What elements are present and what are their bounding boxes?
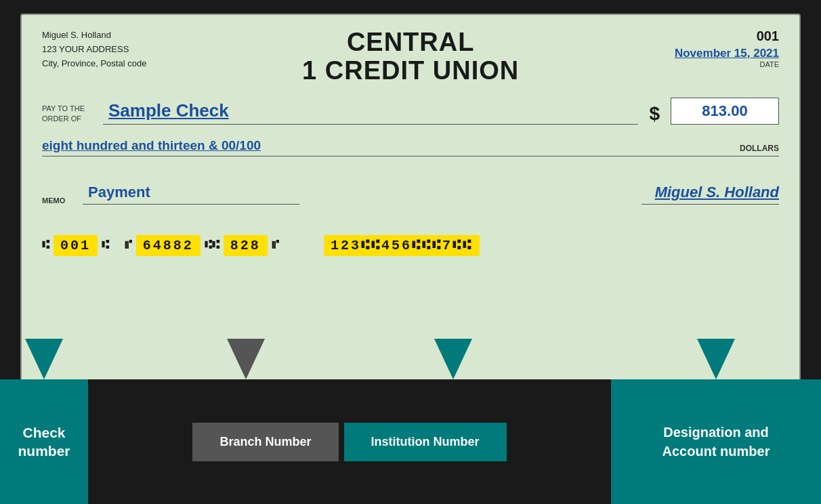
arrow-check-icon [25,339,63,379]
check-number-top: 001 [675,28,779,44]
branch-institution-area: Branch Number Institution Number [88,379,611,504]
check-date-value: November 15, 2021 [675,47,779,60]
amount-words-row: eight hundred and thirteen & 00/100 DOLL… [42,138,779,156]
check-number-label-cell: Check number [0,379,88,504]
arrow-branch-icon [227,339,265,379]
micr-branch: 64882 [136,235,201,256]
signature-area: Miguel S. Holland [306,184,779,205]
arrows-container [0,325,821,379]
memo-value: Payment [88,184,150,201]
memo-label: MEMO [42,196,76,205]
memo-row: MEMO Payment Miguel S. Holland [42,184,779,205]
signature-line: Miguel S. Holland [641,184,779,205]
micr-sym5: ⑈ [272,238,279,252]
institution-number-label: Institution Number [344,423,507,461]
pay-to-line: Sample Check [103,100,638,125]
micr-sym1: ⑆ [42,238,49,252]
micr-inst: 828 [224,235,268,256]
pay-to-row: PAY TO THEORDER OF Sample Check $ 813.00 [42,98,779,125]
pay-to-label: PAY TO THEORDER OF [42,104,96,125]
designation-label: Designation andAccount number [662,423,770,461]
micr-row: ⑆ 001 ⑆ ⑈ 64882 ⑆⑆ 828 ⑈ 123⑆⑆456⑆⑆⑆7⑆⑆ [42,235,779,256]
amount-words: eight hundred and thirteen & 00/100 [42,138,261,153]
micr-account: 123⑆⑆456⑆⑆⑆7⑆⑆ [324,235,480,256]
pay-to-name: Sample Check [108,100,229,121]
micr-sym2: ⑆ [102,238,109,252]
amount-box: 813.00 [671,98,779,125]
signature-value: Miguel S. Holland [655,184,779,201]
dollar-sign: $ [645,103,664,125]
dollars-label: DOLLARS [740,144,779,153]
check-date-label: DATE [675,60,779,68]
check-number-label: Check number [0,423,88,461]
arrow-institution-icon [434,339,472,379]
arrow-designation [611,339,821,379]
micr-sym3: ⑈ [125,238,132,252]
check-date-area: November 15, 2021 DATE [675,47,779,68]
arrow-designation-icon [697,339,735,379]
designation-label-cell: Designation andAccount number [611,379,821,504]
micr-sym4: ⑆⑆ [205,238,219,252]
arrows-branch-inst [88,339,611,379]
check-address: Miguel S. Holland 123 YOUR ADDRESS City,… [42,28,146,70]
branch-number-label: Branch Number [192,423,338,461]
bottom-annotations: Check number Branch Number Institution N… [0,325,821,504]
memo-line: Payment [83,184,299,205]
micr-check-num: 001 [54,235,98,256]
bank-name: CENTRAL 1 CREDIT UNION [146,28,675,85]
arrow-check-number [0,339,88,379]
labels-container: Check number Branch Number Institution N… [0,379,821,504]
